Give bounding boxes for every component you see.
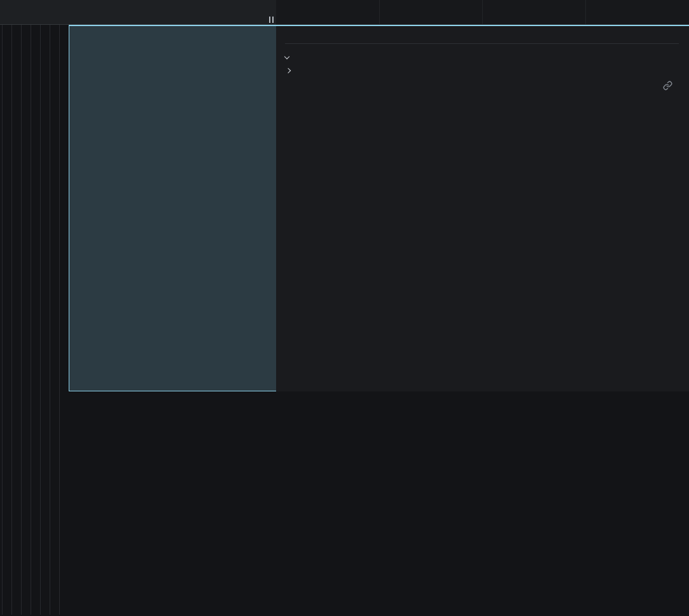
timeline-ruler	[276, 0, 689, 25]
span-detail-section	[0, 25, 689, 391]
span-attributes-header[interactable]	[285, 55, 680, 59]
resource-attributes-row[interactable]	[286, 69, 680, 73]
service-operation-header	[0, 0, 276, 25]
detail-indent-panel	[69, 25, 276, 391]
top-bar	[0, 0, 689, 25]
chevron-down-icon	[284, 54, 289, 59]
link-icon[interactable]	[663, 81, 672, 90]
span-detail-panel	[276, 25, 689, 391]
span-id-row	[282, 81, 680, 90]
bottom-filler	[0, 391, 689, 393]
detail-divider	[285, 43, 679, 44]
chevron-right-icon	[286, 68, 291, 73]
detail-indent-spacer	[0, 25, 69, 391]
trace-viewer	[0, 0, 689, 616]
panel-resize-grip[interactable]	[269, 17, 274, 23]
detail-header	[282, 26, 680, 35]
